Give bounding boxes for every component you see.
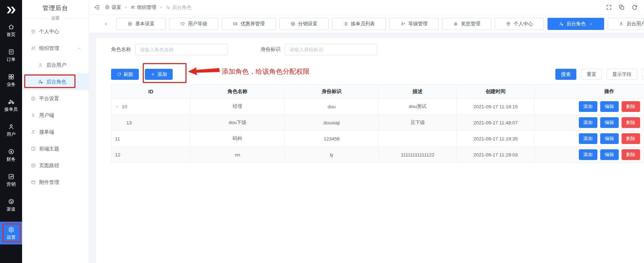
book-icon	[31, 146, 36, 151]
sidebar-item-organization[interactable]: 组织管理	[22, 40, 89, 57]
rail-item-marketing[interactable]: 营销	[0, 172, 22, 188]
role-name-input[interactable]	[135, 44, 228, 55]
side-menu-panel: 管理后台 设置 个人中心组织管理后台用户后台角色平台设置用户端接单端前端主题页面…	[22, 0, 89, 263]
topbar-actions	[606, 4, 638, 10]
settings-icon	[105, 5, 110, 10]
collapse-caret-icon[interactable]	[77, 46, 82, 51]
rail-item-business[interactable]: 业务	[0, 72, 22, 88]
tab-admin-roles[interactable]: 后台角色	[548, 18, 604, 30]
sidebar-item-platform-settings[interactable]: 平台设置	[22, 90, 89, 107]
sidebar-item-user-client[interactable]: 用户端	[22, 107, 89, 124]
cell-id: 12	[111, 147, 190, 163]
divider-line	[63, 18, 87, 19]
settings-icon	[31, 96, 36, 101]
row-delete-button[interactable]: 删除	[622, 117, 640, 128]
row-add-button[interactable]: 添加	[579, 133, 597, 144]
app-logo[interactable]	[6, 3, 16, 17]
rail-item-label: 接单员	[4, 107, 18, 112]
display-fields-label: 显示字段	[612, 71, 632, 78]
page-content: 角色名称 身份标识 刷新 添加	[89, 33, 644, 263]
add-button[interactable]: 添加	[145, 69, 173, 80]
menu-fold-icon[interactable]	[94, 4, 100, 10]
refresh-icon[interactable]	[632, 4, 638, 10]
tab-distribution-settings[interactable]: 分销设置	[279, 18, 329, 30]
rail-item-finance[interactable]: 财务	[0, 147, 22, 163]
row-edit-button[interactable]: 编辑	[600, 133, 619, 144]
settings-icon	[127, 21, 132, 26]
clipped-edge-button[interactable]	[642, 69, 644, 80]
action-row: 刷新 添加 搜索 重置 显示字段	[111, 69, 644, 80]
tab-profile[interactable]: 个人中心	[495, 18, 544, 30]
breadcrumb-settings[interactable]: 设置	[105, 4, 121, 11]
tab-close-icon[interactable]	[589, 22, 593, 26]
admin-app: 首页订单业务接单员用户财务营销渠道设置 管理后台 设置 个人中心组织管理后台用户…	[0, 0, 644, 263]
tab-label: 等级管理	[408, 21, 428, 27]
tags-icon[interactable]	[619, 4, 625, 10]
sidebar-item-profile[interactable]: 个人中心	[22, 23, 89, 40]
breadcrumb: 设置>组织管理>后台角色	[105, 4, 192, 11]
tab-bar: 基本设置用户等级优惠券管理分销设置接单员列表等级管理奖惩管理个人中心后台角色后台…	[89, 15, 644, 33]
display-fields-button[interactable]: 显示字段	[607, 69, 637, 80]
row-id-value: 13	[126, 120, 132, 125]
sidebar-item-page-paths[interactable]: 页面路径	[22, 157, 89, 174]
tab-label: 分销设置	[298, 21, 318, 27]
tabs-scroll-left-icon[interactable]	[103, 21, 109, 27]
courier-icon	[8, 98, 15, 105]
cell-operations: 添加编辑删除	[535, 131, 644, 147]
cell-created-at: 2021-09-17 11:29:03	[457, 147, 535, 163]
tab-label: 优惠券管理	[241, 21, 265, 27]
row-delete-button[interactable]: 删除	[622, 133, 640, 144]
rail-item-settings[interactable]: 设置	[0, 222, 22, 244]
sidebar-item-courier-client[interactable]: 接单端	[22, 124, 89, 140]
archive-icon	[31, 180, 36, 185]
fullscreen-icon[interactable]	[606, 4, 612, 10]
row-add-button[interactable]: 添加	[579, 149, 597, 160]
tab-basic-settings[interactable]: 基本设置	[116, 18, 166, 30]
row-delete-button[interactable]: 删除	[622, 101, 640, 112]
cell-description	[379, 131, 457, 147]
tab-reward-punishment[interactable]: 奖惩管理	[442, 18, 491, 30]
row-delete-button[interactable]: 删除	[622, 149, 640, 160]
tab-admin-users[interactable]: 后台用户	[608, 18, 644, 30]
row-expand-icon[interactable]	[115, 104, 119, 109]
column-header: 创建时间	[457, 85, 535, 99]
reset-button[interactable]: 重置	[581, 69, 602, 80]
row-add-button[interactable]: 添加	[579, 101, 597, 112]
sidebar-item-admin-roles[interactable]: 后台角色	[22, 73, 89, 90]
cell-description: dou测试	[379, 99, 457, 115]
channel-icon	[8, 198, 15, 205]
people-icon	[31, 46, 36, 51]
rail-item-orders[interactable]: 订单	[0, 47, 22, 63]
sidebar-item-attachments[interactable]: 附件管理	[22, 174, 89, 191]
divider-line	[24, 18, 48, 19]
person-lock-icon	[165, 5, 171, 10]
breadcrumb-organization[interactable]: 组织管理	[130, 4, 157, 11]
tab-coupon-management[interactable]: 优惠券管理	[222, 18, 276, 30]
table-row: 11码科1234562021-09-17 11:19:35添加编辑删除	[111, 131, 644, 147]
home-icon	[8, 24, 15, 30]
settings-icon	[290, 21, 295, 26]
row-id-value: 11	[115, 136, 120, 141]
tab-courier-list[interactable]: 接单员列表	[332, 18, 386, 30]
tab-level-management[interactable]: 等级管理	[389, 18, 439, 30]
person-icon	[31, 113, 36, 118]
rail-item-users[interactable]: 用户	[0, 122, 22, 138]
row-edit-button[interactable]: 编辑	[600, 117, 619, 128]
side-menu: 个人中心组织管理后台用户后台角色平台设置用户端接单端前端主题页面路径附件管理	[22, 23, 89, 191]
cell-role-name: nn	[190, 147, 285, 163]
sidebar-item-frontend-theme[interactable]: 前端主题	[22, 140, 89, 157]
cell-identity: douxiaji	[285, 115, 379, 131]
sidebar-item-admin-users[interactable]: 后台用户	[22, 57, 89, 73]
tab-user-levels[interactable]: 用户等级	[169, 18, 218, 30]
refresh-button[interactable]: 刷新	[111, 69, 139, 80]
rail-item-channels[interactable]: 渠道	[0, 197, 22, 213]
row-edit-button[interactable]: 编辑	[600, 101, 619, 112]
search-button[interactable]: 搜索	[555, 69, 576, 80]
row-add-button[interactable]: 添加	[579, 117, 597, 128]
row-edit-button[interactable]: 编辑	[600, 149, 619, 160]
roles-table: ID角色名称身份标识描述创建时间操作 10经理doudou测试2021-09-1…	[111, 84, 644, 163]
identity-input[interactable]	[285, 44, 377, 55]
search-label: 搜索	[561, 71, 571, 78]
rail-item-home[interactable]: 首页	[0, 22, 22, 38]
rail-item-couriers[interactable]: 接单员	[0, 97, 22, 113]
